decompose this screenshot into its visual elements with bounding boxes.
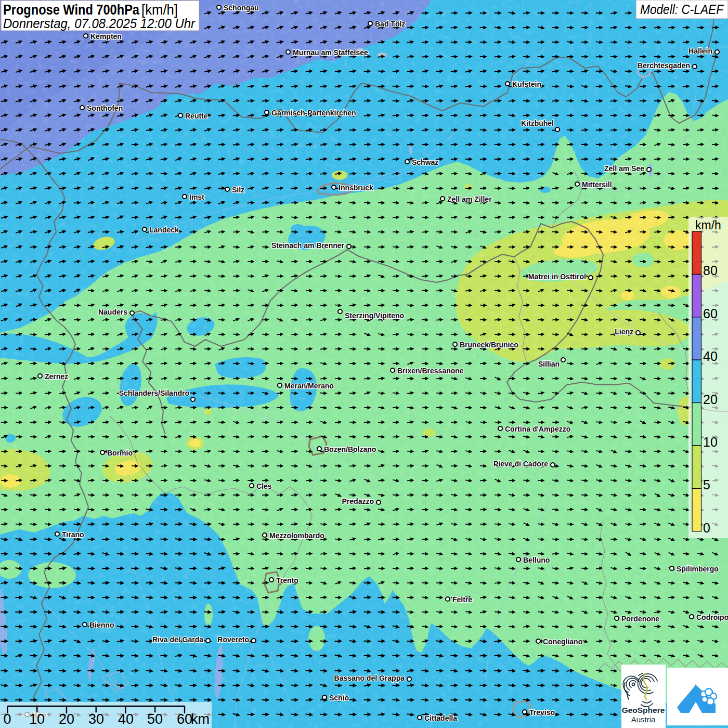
- svg-text:Sillian: Sillian: [538, 360, 560, 368]
- svg-text:Cles: Cles: [256, 482, 272, 490]
- svg-text:0: 0: [703, 521, 710, 535]
- svg-text:Lienz: Lienz: [615, 328, 633, 336]
- svg-text:Tirano: Tirano: [62, 530, 84, 539]
- svg-text:40: 40: [118, 711, 134, 727]
- svg-text:Murnau am Staffelsee: Murnau am Staffelsee: [293, 48, 368, 57]
- svg-text:Feltre: Feltre: [452, 595, 472, 604]
- svg-text:Bienno: Bienno: [89, 621, 114, 629]
- svg-text:Sonthofen: Sonthofen: [87, 104, 123, 112]
- svg-text:Predazzo: Predazzo: [342, 497, 374, 505]
- svg-text:Silz: Silz: [232, 186, 244, 194]
- svg-text:km: km: [191, 711, 210, 727]
- svg-text:Schongau: Schongau: [224, 4, 259, 12]
- svg-text:50: 50: [147, 711, 163, 727]
- svg-text:Conegliano: Conegliano: [543, 638, 582, 646]
- svg-text:Codroipo: Codroipo: [696, 613, 728, 621]
- svg-text:80: 80: [703, 263, 718, 278]
- svg-text:Mittersill: Mittersill: [582, 180, 612, 189]
- svg-text:Rovereto: Rovereto: [217, 635, 249, 644]
- svg-text:20: 20: [59, 711, 74, 727]
- svg-text:Bruneck/Brunico: Bruneck/Brunico: [460, 341, 518, 349]
- svg-text:Schlanders/Silandro: Schlanders/Silandro: [119, 389, 189, 397]
- svg-text:Innsbruck: Innsbruck: [339, 184, 373, 192]
- svg-text:Belluno: Belluno: [523, 556, 550, 564]
- svg-text:Donnerstag, 07.08.2025 12:00 U: Donnerstag, 07.08.2025 12:00 Uhr: [3, 16, 196, 31]
- svg-text:Landeck: Landeck: [149, 226, 179, 234]
- svg-text:60: 60: [177, 711, 192, 727]
- svg-text:Bozen/Bolzano: Bozen/Bolzano: [324, 445, 376, 453]
- svg-text:10: 10: [29, 711, 45, 727]
- svg-text:Bassano del Grappa: Bassano del Grappa: [334, 674, 405, 682]
- svg-text:Schio: Schio: [329, 694, 349, 702]
- svg-text:Meran/Merano: Meran/Merano: [284, 382, 334, 390]
- svg-text:Brixen/Bressanone: Brixen/Bressanone: [397, 367, 464, 375]
- svg-text:Hallein: Hallein: [688, 47, 712, 55]
- svg-text:Bormio: Bormio: [107, 449, 133, 457]
- svg-text:Zernez: Zernez: [45, 372, 68, 381]
- svg-text:60: 60: [703, 306, 718, 321]
- svg-text:Austria: Austria: [631, 715, 656, 724]
- svg-text:40: 40: [703, 349, 718, 363]
- svg-text:Mezzolombardo: Mezzolombardo: [269, 531, 324, 540]
- svg-text:Berchtesgaden: Berchtesgaden: [638, 61, 690, 70]
- svg-text:20: 20: [703, 392, 718, 407]
- svg-text:0: 0: [3, 711, 11, 727]
- svg-text:Garmisch-Partenkirchen: Garmisch-Partenkirchen: [271, 109, 356, 117]
- svg-text:Pieve di Cadore: Pieve di Cadore: [493, 460, 548, 468]
- svg-text:Cortina d'Ampezzo: Cortina d'Ampezzo: [505, 425, 570, 433]
- svg-text:Bad Tölz: Bad Tölz: [375, 20, 405, 28]
- svg-text:Kitzbühel: Kitzbühel: [521, 119, 554, 127]
- svg-text:Zell am See: Zell am See: [604, 164, 644, 173]
- svg-text:Steinach am Brenner: Steinach am Brenner: [271, 241, 345, 250]
- svg-text:GeoSphere: GeoSphere: [622, 706, 665, 714]
- svg-text:km/h: km/h: [695, 218, 721, 232]
- svg-text:Spilimbergo: Spilimbergo: [677, 565, 719, 573]
- svg-text:Nauders: Nauders: [98, 308, 127, 316]
- svg-text:Imst: Imst: [189, 193, 204, 201]
- svg-text:30: 30: [88, 711, 104, 727]
- svg-text:10: 10: [703, 435, 718, 449]
- svg-text:Matrei in Osttirol: Matrei in Osttirol: [528, 272, 586, 281]
- svg-text:Trento: Trento: [276, 576, 298, 584]
- svg-text:Treviso: Treviso: [529, 708, 555, 717]
- svg-text:5: 5: [703, 477, 710, 492]
- svg-text:Zell am Ziller: Zell am Ziller: [447, 195, 492, 203]
- svg-text:Kufstein: Kufstein: [512, 80, 541, 88]
- svg-text:Sterzing/Vipiteno: Sterzing/Vipiteno: [345, 311, 404, 320]
- svg-text:Cittadella: Cittadella: [424, 714, 457, 722]
- svg-text:Schwaz: Schwaz: [412, 158, 438, 166]
- svg-text:Kempten: Kempten: [90, 32, 122, 41]
- svg-text:Pordenone: Pordenone: [621, 615, 659, 623]
- svg-text:Modell: C-LAEF: Modell: C-LAEF: [640, 2, 724, 17]
- svg-text:Riva del Garda: Riva del Garda: [152, 635, 203, 644]
- svg-text:Reutte: Reutte: [185, 112, 208, 120]
